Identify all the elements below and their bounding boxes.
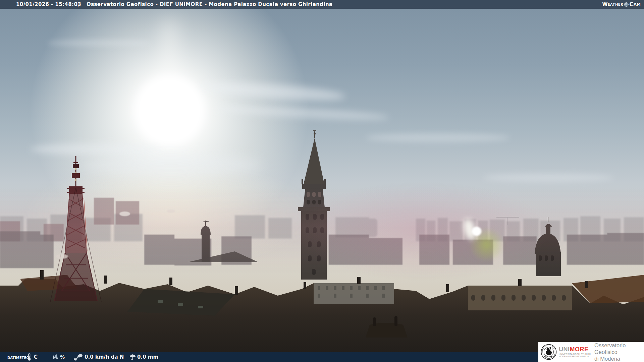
separator: | (77, 1, 79, 7)
unimore-uni: UNI (559, 346, 570, 353)
page-title: Osservatorio Geofisico - DIEF UNIMORE - … (87, 1, 333, 7)
brand-cam-initial: C (629, 1, 633, 8)
humidity-drops-icon (51, 352, 59, 362)
umbrella-icon (129, 352, 136, 362)
city-skyline (0, 0, 644, 362)
wind-value: 0.0 km/h da N (85, 352, 124, 362)
observatory-name: Osservatorio Geofisico di Modena (594, 342, 644, 362)
unimore-wordmark: UNIMORE UNIVERSITÀ DEGLI STUDI DI MODENA… (559, 346, 591, 358)
unimore-more: MORE (570, 346, 589, 353)
top-overlay-bar: 10/01/2026 - 15:48:03 | Osservatorio Geo… (0, 0, 644, 9)
weathercam-logo: WEATHERCAM (602, 0, 641, 9)
university-line1: UNIVERSITÀ DEGLI STUDI DI (559, 353, 591, 356)
university-line2: MODENA E REGGIO EMILIA (559, 355, 591, 358)
university-seal (541, 344, 557, 360)
lens-flare (472, 227, 482, 236)
timestamp: 10/01/2026 - 15:48:03 (16, 1, 81, 7)
thermometer-icon (27, 352, 32, 362)
humidity-unit: % (60, 352, 65, 362)
unimore-logo-box: UNIMORE UNIVERSITÀ DEGLI STUDI DI MODENA… (538, 342, 644, 362)
org-line1: Osservatorio Geofisico (594, 342, 644, 355)
brand-weather-initial: W (602, 1, 608, 7)
rain-value: 0.0 mm (137, 352, 158, 362)
globe-icon (624, 2, 629, 7)
webcam-view: 10/01/2026 - 15:48:03 | Osservatorio Geo… (0, 0, 644, 362)
dati-meteo-label: DATI METEO (7, 352, 28, 362)
dati-label: DATI (7, 356, 16, 360)
org-line2: di Modena (594, 355, 644, 362)
wind-icon (74, 352, 83, 362)
brand-cam-rest: AM (634, 2, 641, 7)
magenta-haze (295, 181, 550, 282)
brand-weather-rest: EATHER (608, 3, 624, 6)
temperature-unit: C (34, 352, 38, 362)
